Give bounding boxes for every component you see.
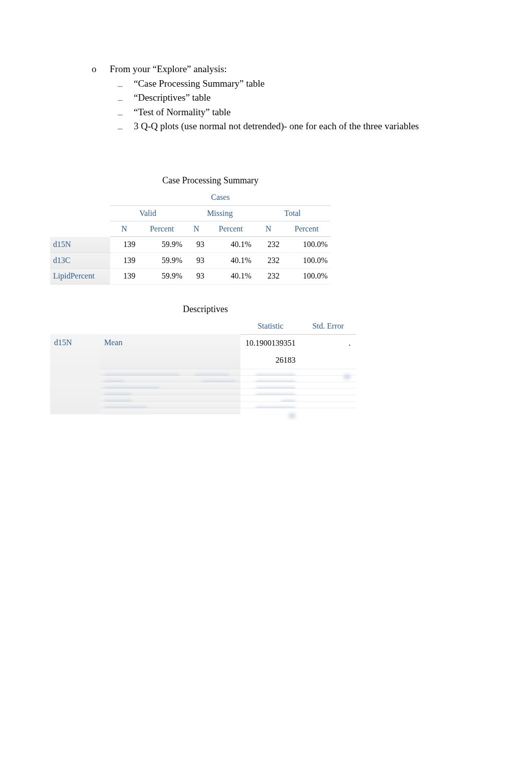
cps-cell: 139 <box>110 269 138 284</box>
desc-col-statistic: Statistic <box>240 319 301 334</box>
cps-cell: 232 <box>254 269 283 284</box>
blurred-statistic <box>240 408 301 415</box>
blurred-statistic <box>240 382 301 389</box>
blurred-stderror <box>301 402 356 408</box>
blurred-statistic <box>240 369 301 376</box>
table-row: LipidPercent 139 59.9% 93 40.1% 232 100.… <box>50 269 331 284</box>
desc-variable: d15N <box>50 334 100 414</box>
blurred-label <box>100 402 240 408</box>
desc-mean-stderror: . <box>301 334 356 369</box>
cps-cell: 59.9% <box>138 269 185 284</box>
cps-rowhead: d13C <box>50 252 110 268</box>
case-processing-summary: Case Processing Summary Cases Valid Miss… <box>50 174 371 285</box>
descriptives-title: Descriptives <box>50 303 361 316</box>
cps-cell: 139 <box>110 252 138 268</box>
cps-super-header: Cases <box>110 190 331 205</box>
blurred-stderror <box>301 389 356 395</box>
blurred-stderror <box>301 395 356 402</box>
cps-rowhead: d15N <box>50 237 110 252</box>
cps-cell: 40.1% <box>207 252 254 268</box>
inner-list-item: “Case Processing Summary” table <box>134 77 482 91</box>
inner-list-marker: ⎯ <box>110 106 134 119</box>
blurred-label <box>100 382 240 389</box>
cps-cell: 40.1% <box>207 237 254 252</box>
blurred-statistic <box>240 395 301 402</box>
cps-group-valid: Valid <box>110 205 185 221</box>
cps-col-percent: Percent <box>138 221 185 236</box>
blurred-label <box>100 408 240 415</box>
cps-group-missing: Missing <box>185 205 254 221</box>
desc-mean-label: Mean <box>100 334 240 369</box>
cps-col-percent: Percent <box>207 221 254 236</box>
cps-rowhead: LipidPercent <box>50 269 110 284</box>
cps-table: Cases Valid Missing Total N Percent N Pe… <box>50 190 331 284</box>
inner-list-item: 3 Q-Q plots (use normal not detrended)- … <box>134 120 482 133</box>
table-row: d15N Mean 10.1900139351 . <box>50 334 356 352</box>
cps-cell: 59.9% <box>138 237 185 252</box>
inner-list-marker: ⎯ <box>110 120 134 133</box>
cps-cell: 40.1% <box>207 269 254 284</box>
inner-list-item: “Test of Normality” table <box>134 106 482 119</box>
desc-table: Statistic Std. Error d15N Mean 10.190013… <box>50 319 356 414</box>
blurred-stderror <box>301 408 356 415</box>
outer-list-marker: o <box>92 63 110 134</box>
cps-cell: 100.0% <box>283 237 331 252</box>
desc-mean-statistic-line2: 26183 <box>240 352 301 369</box>
inner-list-marker: ⎯ <box>110 91 134 105</box>
outer-list-text: From your “Explore” analysis: <box>110 63 482 76</box>
blurred-statistic <box>240 389 301 395</box>
blurred-label <box>100 395 240 402</box>
cps-cell: 93 <box>185 252 207 268</box>
inner-list-marker: ⎯ <box>110 77 134 91</box>
blurred-statistic <box>240 376 301 382</box>
blurred-statistic <box>240 402 301 408</box>
desc-col-stderror: Std. Error <box>301 319 356 334</box>
descriptives-table: Descriptives Statistic Std. Error d15N M… <box>50 303 361 414</box>
cps-cell: 232 <box>254 237 283 252</box>
cps-cell: 59.9% <box>138 252 185 268</box>
blurred-label <box>100 369 190 376</box>
blurred-sublabel <box>190 376 240 382</box>
cps-cell: 139 <box>110 237 138 252</box>
cps-col-n: N <box>185 221 207 236</box>
table-row: d15N 139 59.9% 93 40.1% 232 100.0% <box>50 237 331 252</box>
cps-col-percent: Percent <box>283 221 331 236</box>
cps-group-total: Total <box>254 205 331 221</box>
blurred-label <box>100 376 190 382</box>
cps-col-n: N <box>110 221 138 236</box>
cps-cell: 232 <box>254 252 283 268</box>
desc-mean-statistic: 10.1900139351 <box>240 334 301 352</box>
cps-title: Case Processing Summary <box>50 174 371 187</box>
blurred-stderror <box>301 382 356 389</box>
table-row: d13C 139 59.9% 93 40.1% 232 100.0% <box>50 252 331 268</box>
cps-col-n: N <box>254 221 283 236</box>
cps-cell: 93 <box>185 237 207 252</box>
cps-cell: 100.0% <box>283 252 331 268</box>
inner-list-item: “Descriptives” table <box>134 91 482 105</box>
cps-cell: 100.0% <box>283 269 331 284</box>
blurred-label <box>100 389 240 395</box>
blurred-sublabel <box>190 369 240 376</box>
cps-cell: 93 <box>185 269 207 284</box>
blurred-stderror <box>301 369 356 376</box>
